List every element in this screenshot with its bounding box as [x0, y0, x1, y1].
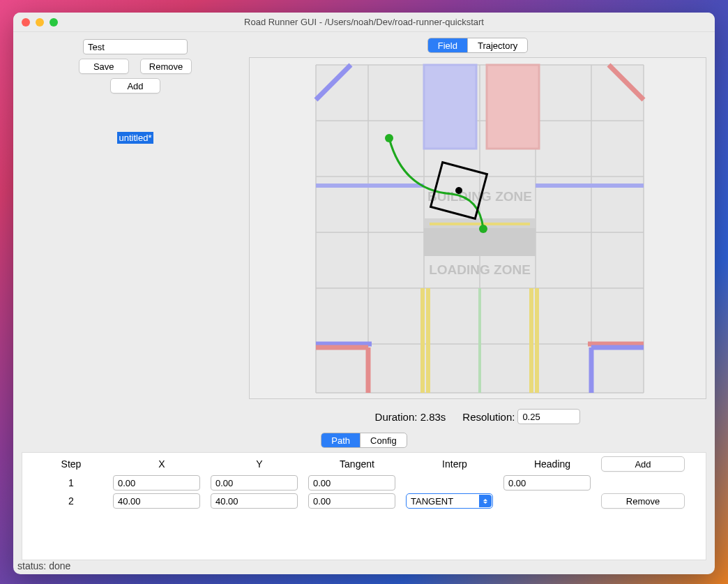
- save-button[interactable]: Save: [79, 59, 129, 74]
- svg-rect-24: [424, 228, 536, 256]
- remove-trajectory-button[interactable]: Remove: [140, 59, 192, 74]
- y-input[interactable]: [211, 475, 298, 491]
- field-view[interactable]: BUILDING ZONE LOADING ZONE: [249, 57, 706, 399]
- step-table: Step X Y Tangent Interp Heading Add 1 2 …: [22, 452, 706, 560]
- col-interp: Interp: [406, 456, 503, 472]
- tangent-input[interactable]: [308, 493, 395, 509]
- duration-value: 2.83s: [420, 411, 446, 423]
- svg-text:LOADING ZONE: LOADING ZONE: [429, 262, 531, 277]
- window-title: Road Runner GUI - /Users/noah/Dev/road-r…: [13, 17, 715, 27]
- y-input[interactable]: [211, 493, 298, 509]
- chevron-updown-icon: [479, 495, 492, 507]
- heading-input[interactable]: [503, 475, 591, 491]
- x-input[interactable]: [113, 475, 200, 491]
- close-icon[interactable]: [22, 18, 30, 27]
- trajectory-name-input[interactable]: [83, 39, 188, 54]
- table-row-step: 2: [29, 495, 113, 507]
- tab-trajectory[interactable]: Trajectory: [467, 38, 527, 52]
- app-window: Road Runner GUI - /Users/noah/Dev/road-r…: [13, 13, 715, 574]
- maximize-icon[interactable]: [50, 18, 58, 27]
- bottom-tabs: Path Config: [321, 433, 407, 448]
- tangent-input[interactable]: [308, 475, 395, 491]
- resolution-label: Resolution:: [462, 411, 515, 423]
- add-step-button[interactable]: Add: [601, 456, 685, 472]
- col-y: Y: [211, 456, 308, 472]
- interp-select[interactable]: TANGENT: [406, 493, 493, 509]
- file-label[interactable]: untitled*: [117, 132, 154, 144]
- duration-row: Duration: 2.83s Resolution:: [375, 409, 581, 424]
- table-row-step: 1: [29, 477, 113, 488]
- minimize-icon[interactable]: [36, 18, 44, 27]
- svg-rect-20: [487, 65, 539, 149]
- add-trajectory-button[interactable]: Add: [110, 78, 160, 93]
- col-x: X: [113, 456, 211, 472]
- tab-path[interactable]: Path: [321, 433, 360, 447]
- col-heading: Heading: [503, 456, 601, 472]
- right-panel: Field Trajectory: [249, 38, 706, 424]
- resolution-input[interactable]: [517, 409, 580, 424]
- top-section: Save Remove Add untitled* Field Trajecto…: [13, 32, 715, 427]
- window-controls: [22, 18, 58, 27]
- status-bar: status: done: [13, 557, 715, 574]
- left-panel: Save Remove Add untitled*: [22, 38, 249, 424]
- col-tangent: Tangent: [308, 456, 406, 472]
- svg-rect-19: [424, 65, 476, 149]
- svg-point-38: [385, 134, 393, 142]
- duration-label: Duration:: [375, 411, 418, 423]
- remove-step-button[interactable]: Remove: [601, 493, 685, 509]
- col-step: Step: [29, 456, 113, 472]
- svg-point-39: [479, 225, 487, 233]
- view-tabs: Field Trajectory: [427, 38, 529, 53]
- x-input[interactable]: [113, 493, 200, 509]
- tab-config[interactable]: Config: [360, 433, 407, 447]
- titlebar: Road Runner GUI - /Users/noah/Dev/road-r…: [13, 13, 715, 32]
- interp-value: TANGENT: [411, 496, 453, 507]
- tab-field[interactable]: Field: [428, 38, 467, 52]
